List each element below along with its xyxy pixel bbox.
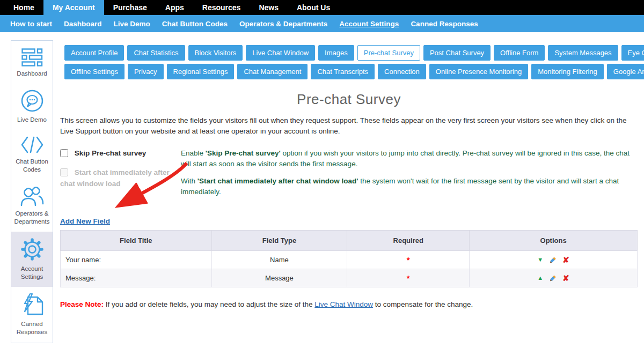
sidebar-item-account-settings[interactable]: Account Settings: [11, 232, 53, 287]
tab-offline-settings[interactable]: Offline Settings: [64, 64, 125, 79]
tab-google-analytics[interactable]: Google Analytics: [607, 64, 644, 79]
tab-pre-chat-survey[interactable]: Pre-chat Survey: [357, 45, 420, 61]
table-row: Your name: Name * ▼: [61, 251, 638, 269]
settings-tabs-row-1: Account Profile Chat Statistics Block Vi…: [64, 45, 638, 61]
survey-options: Skip Pre-chat survey Start chat immediat…: [60, 148, 638, 203]
operators-icon: [20, 185, 45, 206]
subnav-how-to-start[interactable]: How to start: [4, 20, 58, 28]
nav-about-us[interactable]: About Us: [288, 0, 339, 15]
options-cell: ▼ ✘: [470, 251, 638, 269]
edit-pencil-icon[interactable]: [548, 274, 557, 283]
intro-text: This screen allows you to customize the …: [60, 115, 638, 136]
field-title-cell: Message:: [61, 269, 212, 287]
sidebar-item-label: Live Demo: [17, 116, 47, 124]
tab-eye-catcher[interactable]: Eye Catcher: [621, 45, 644, 61]
required-asterisk: *: [407, 255, 410, 264]
canned-responses-icon: [20, 292, 45, 317]
tab-chat-transcripts[interactable]: Chat Transcripts: [311, 64, 375, 79]
required-cell: *: [347, 251, 470, 269]
main-content: Account Profile Chat Statistics Block Vi…: [60, 45, 638, 316]
gear-icon: [20, 237, 45, 262]
desc1-prefix: Enable: [181, 149, 206, 157]
start-chat-immediately-label: Start chat immediately after chat window…: [60, 168, 170, 187]
option-descriptions: Enable 'Skip Pre-chat survey' option if …: [181, 148, 638, 203]
tab-connection[interactable]: Connection: [378, 64, 426, 79]
tab-monitoring-filtering[interactable]: Monitoring Filtering: [531, 64, 604, 79]
account-nav: How to start Dashboard Live Demo Chat Bu…: [0, 15, 644, 32]
sidebar-item-label: Chat Button Codes: [12, 158, 52, 174]
sidebar-item-label: Operators & Departments: [12, 210, 52, 226]
add-new-field-link[interactable]: Add New Field: [60, 217, 110, 225]
subnav-canned-responses[interactable]: Canned Responses: [405, 20, 484, 28]
code-icon: [20, 135, 45, 154]
live-chat-window-link[interactable]: Live Chat Window: [314, 300, 373, 308]
edit-pencil-icon[interactable]: [548, 256, 557, 264]
skip-prechat-survey-checkbox[interactable]: [60, 149, 68, 157]
main-nav: Home My Account Purchase Apps Resources …: [0, 0, 644, 15]
start-chat-immediately-checkbox[interactable]: [60, 168, 68, 176]
move-down-icon[interactable]: ▼: [537, 257, 543, 263]
sidebar-item-live-demo[interactable]: Live Demo: [11, 84, 53, 130]
prechat-fields-table: Field Title Field Type Required Options …: [60, 230, 638, 287]
sidebar-item-canned-responses[interactable]: Canned Responses: [11, 287, 53, 342]
start-chat-immediately-option: Start chat immediately after chat window…: [60, 167, 175, 189]
skip-prechat-survey-option: Skip Pre-chat survey: [60, 148, 175, 159]
tab-offline-form[interactable]: Offline Form: [494, 45, 545, 61]
nav-resources[interactable]: Resources: [193, 0, 250, 15]
subnav-chat-button-codes[interactable]: Chat Button Codes: [156, 20, 233, 28]
required-cell: *: [347, 269, 470, 287]
tab-images[interactable]: Images: [318, 45, 354, 61]
sidebar-item-label: Account Settings: [12, 265, 52, 281]
header-field-title: Field Title: [61, 231, 212, 251]
skip-option-description: Enable 'Skip Pre-chat survey' option if …: [181, 148, 638, 170]
nav-news[interactable]: News: [250, 0, 288, 15]
table-header-row: Field Title Field Type Required Options: [61, 231, 638, 251]
delete-x-icon[interactable]: ✘: [562, 274, 569, 282]
field-type-cell: Name: [211, 251, 347, 269]
subnav-live-demo[interactable]: Live Demo: [108, 20, 156, 28]
sidebar-item-chat-button-codes[interactable]: Chat Button Codes: [11, 130, 53, 180]
tab-chat-statistics[interactable]: Chat Statistics: [127, 45, 185, 61]
tab-system-messages[interactable]: System Messages: [548, 45, 618, 61]
tab-live-chat-window[interactable]: Live Chat Window: [246, 45, 315, 61]
sidebar-item-label: Canned Responses: [12, 320, 52, 336]
tab-block-visitors[interactable]: Block Visitors: [188, 45, 243, 61]
desc2-bold: 'Start chat immediately after chat windo…: [197, 177, 358, 185]
table-row: Message: Message * ▲: [61, 269, 638, 287]
nav-home[interactable]: Home: [4, 0, 43, 15]
subnav-operators-departments[interactable]: Operators & Departments: [233, 20, 333, 28]
desc2-prefix: With: [181, 177, 197, 185]
dashboard-icon: [21, 48, 43, 66]
header-options: Options: [470, 231, 638, 251]
subnav-dashboard[interactable]: Dashboard: [58, 20, 108, 28]
subnav-account-settings[interactable]: Account Settings: [333, 20, 405, 28]
field-title-cell: Your name:: [61, 251, 212, 269]
sidebar-item-label: Dashboard: [17, 70, 47, 78]
start-option-description: With 'Start chat immediately after chat …: [181, 176, 638, 198]
please-note: Please Note: If you add or delete fields…: [60, 300, 638, 308]
sidebar: Dashboard Live Demo Chat Button Codes: [11, 40, 53, 343]
note-text-after: to compensate for the change.: [373, 300, 473, 308]
nav-purchase[interactable]: Purchase: [104, 0, 156, 15]
tab-online-presence-monitoring[interactable]: Online Presence Monitoring: [429, 64, 528, 79]
sidebar-item-operators-departments[interactable]: Operators & Departments: [11, 180, 53, 232]
sidebar-item-dashboard[interactable]: Dashboard: [11, 43, 53, 84]
delete-x-icon[interactable]: ✘: [562, 256, 569, 264]
nav-my-account[interactable]: My Account: [43, 0, 104, 15]
page-title: Pre-chat Survey: [60, 91, 638, 108]
options-cell: ▲ ✘: [470, 269, 638, 287]
live-demo-icon: [20, 89, 44, 113]
field-type-cell: Message: [211, 269, 347, 287]
skip-prechat-survey-label: Skip Pre-chat survey: [75, 149, 147, 157]
tab-regional-settings[interactable]: Regional Settings: [167, 64, 235, 79]
tab-chat-management[interactable]: Chat Management: [237, 64, 308, 79]
please-note-label: Please Note:: [60, 300, 104, 308]
nav-apps[interactable]: Apps: [156, 0, 193, 15]
move-up-icon[interactable]: ▲: [537, 275, 543, 281]
settings-tabs-row-2: Offline Settings Privacy Regional Settin…: [64, 64, 638, 79]
tab-account-profile[interactable]: Account Profile: [64, 45, 124, 61]
tab-post-chat-survey[interactable]: Post Chat Survey: [423, 45, 491, 61]
header-field-type: Field Type: [211, 231, 347, 251]
tab-privacy[interactable]: Privacy: [128, 64, 164, 79]
desc1-bold: 'Skip Pre-chat survey': [206, 149, 281, 157]
